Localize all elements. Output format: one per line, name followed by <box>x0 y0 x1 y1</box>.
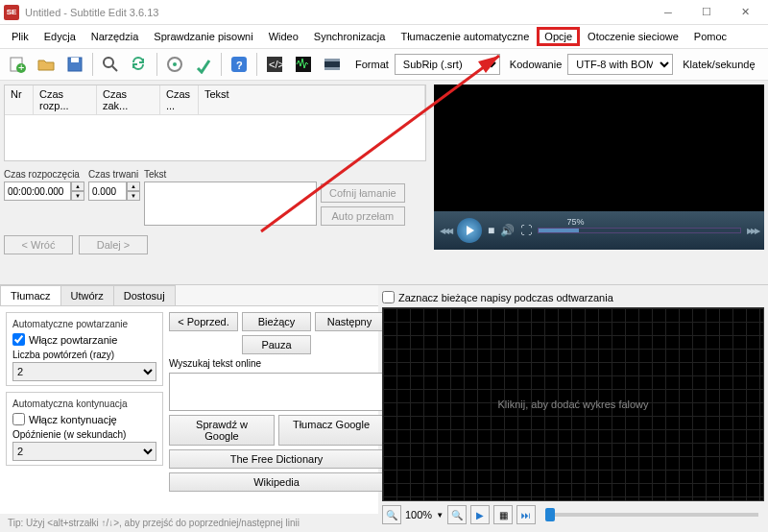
col-start[interactable]: Czas rozp... <box>34 85 97 114</box>
menu-help[interactable]: Pomoc <box>686 27 734 46</box>
continue-checkbox[interactable] <box>12 413 25 425</box>
start-time-spinner[interactable]: ▲▼ <box>4 181 84 201</box>
subtitle-text-input[interactable] <box>144 181 317 226</box>
svg-text:?: ? <box>236 60 243 71</box>
source-view-icon[interactable]: </> <box>261 51 288 78</box>
delay-label: Opóźnienie (w sekundach) <box>12 429 156 440</box>
tab-create[interactable]: Utwórz <box>60 285 114 305</box>
svg-text:+: + <box>18 61 24 73</box>
menu-tools[interactable]: Narzędzia <box>84 27 147 46</box>
replace-icon[interactable] <box>126 51 153 78</box>
skip-forward-icon[interactable]: ▶▶▶ <box>747 227 758 235</box>
minimize-button[interactable]: ─ <box>649 0 687 25</box>
position-slider[interactable] <box>545 513 758 517</box>
waveform-panel[interactable]: Kliknij, aby dodać wykres falowy <box>382 307 764 501</box>
spin-down-icon[interactable]: ▼ <box>127 191 140 201</box>
search-online-input[interactable] <box>169 373 384 411</box>
previous-button[interactable]: < Poprzed. <box>169 312 238 331</box>
duration-input[interactable] <box>88 181 127 201</box>
fullscreen-icon[interactable]: ⛶ <box>520 224 532 237</box>
tab-translate[interactable]: Tłumacz <box>0 285 61 305</box>
find-icon[interactable] <box>97 51 124 78</box>
help-icon[interactable]: ? <box>226 51 252 78</box>
separator <box>256 53 257 76</box>
close-button[interactable]: ✕ <box>726 0 764 25</box>
menu-sync[interactable]: Synchronizacja <box>306 27 394 46</box>
next-button[interactable]: Dalej > <box>79 235 148 254</box>
menu-auto-translate[interactable]: Tłumaczenie automatyczne <box>393 27 537 46</box>
menu-file[interactable]: Plik <box>4 27 36 46</box>
current-button[interactable]: Bieżący <box>242 312 311 331</box>
repeat-checkbox[interactable] <box>12 333 25 346</box>
zoom-controls: 🔍 100% ▼ 🔍 ▶ ▦ ⏭ <box>382 501 764 528</box>
duration-spinner[interactable]: ▲▼ <box>88 181 140 201</box>
video-controls: ◀◀◀ ■ 🔊 ⛶ 75% ▶▶▶ <box>434 211 764 250</box>
prev-button[interactable]: < Wróć <box>4 235 73 254</box>
skip-back-icon[interactable]: ◀◀◀ <box>440 227 451 235</box>
slider-thumb[interactable] <box>545 508 555 521</box>
next-subtitle-button[interactable]: Następny <box>315 312 384 331</box>
progress-fill <box>539 229 579 232</box>
new-file-icon[interactable]: + <box>4 51 31 78</box>
volume-icon[interactable]: 🔊 <box>500 224 515 237</box>
col-duration[interactable]: Czas ... <box>160 85 199 114</box>
google-translate-button[interactable]: Tłumacz Google <box>278 415 384 446</box>
start-time-input[interactable] <box>4 181 71 201</box>
film-strip-icon[interactable]: ▦ <box>493 505 513 524</box>
menu-edit[interactable]: Edycja <box>36 27 84 46</box>
delay-select[interactable]: 2 <box>12 442 156 461</box>
titlebar: SE Untitled - Subtitle Edit 3.6.13 ─ ☐ ✕ <box>0 0 768 25</box>
format-select[interactable]: SubRip (.srt) <box>395 54 500 75</box>
svg-line-6 <box>112 66 117 71</box>
pause-button[interactable]: Pauza <box>242 335 311 354</box>
format-label: Format <box>355 59 389 70</box>
toolbar: + ? </> Format SubRip (.srt) Kodowanie U… <box>0 48 768 81</box>
spellcheck-icon[interactable] <box>190 51 217 78</box>
next-marker-icon[interactable]: ⏭ <box>516 505 536 524</box>
repeat-check-label: Włącz powtarzanie <box>29 334 117 346</box>
waveform-hint: Kliknij, aby dodać wykres falowy <box>497 399 648 410</box>
open-file-icon[interactable] <box>33 51 60 78</box>
menu-video[interactable]: Wideo <box>261 27 306 46</box>
play-selection-icon[interactable]: ▶ <box>470 505 490 524</box>
svg-rect-16 <box>324 67 340 70</box>
waveform-icon[interactable] <box>290 51 317 78</box>
app-icon: SE <box>4 5 19 20</box>
chevron-down-icon[interactable]: ▼ <box>436 511 444 520</box>
zoom-in-icon[interactable]: 🔍 <box>447 505 467 524</box>
video-icon[interactable] <box>319 51 346 78</box>
window-title: Untitled - Subtitle Edit 3.6.13 <box>25 7 649 18</box>
menu-network[interactable]: Otoczenie sieciowe <box>580 27 686 46</box>
repeat-count-select[interactable]: 2 <box>12 362 156 381</box>
fix-errors-icon[interactable] <box>161 51 188 78</box>
stop-icon[interactable]: ■ <box>488 224 494 237</box>
col-end[interactable]: Czas zak... <box>97 85 160 114</box>
menu-spellcheck[interactable]: Sprawdzanie pisowni <box>146 27 260 46</box>
video-progress[interactable]: 75% <box>538 228 741 233</box>
svg-rect-4 <box>71 58 79 62</box>
spin-up-icon[interactable]: ▲ <box>127 181 140 191</box>
tab-adjust[interactable]: Dostosuj <box>113 285 176 305</box>
menu-options[interactable]: Opcje <box>537 27 580 46</box>
col-nr[interactable]: Nr <box>5 85 34 114</box>
spin-up-icon[interactable]: ▲ <box>71 181 84 191</box>
subtitle-grid[interactable]: Nr Czas rozp... Czas zak... Czas ... Tek… <box>4 85 426 161</box>
maximize-button[interactable]: ☐ <box>687 0 726 25</box>
fps-label: Klatek/sekundę <box>683 59 755 70</box>
google-button[interactable]: Sprawdź w Google <box>169 415 275 446</box>
video-player[interactable]: ◀◀◀ ■ 🔊 ⛶ 75% ▶▶▶ <box>434 85 764 250</box>
separator <box>221 53 222 76</box>
zoom-out-icon[interactable]: 🔍 <box>382 505 401 524</box>
unbreak-button[interactable]: Cofnij łamanie <box>321 183 405 203</box>
free-dictionary-button[interactable]: The Free Dictionary <box>169 449 384 469</box>
wikipedia-button[interactable]: Wikipedia <box>169 472 384 492</box>
mark-current-label: Zaznacz bieżące napisy podczas odtwarzan… <box>398 292 613 303</box>
mark-current-checkbox[interactable] <box>382 291 395 303</box>
save-file-icon[interactable] <box>61 51 88 78</box>
encoding-select[interactable]: UTF-8 with BOM <box>567 54 673 75</box>
play-button[interactable] <box>457 218 482 243</box>
svg-rect-15 <box>324 59 340 61</box>
autobreak-button[interactable]: Auto przełam <box>321 206 405 226</box>
col-text[interactable]: Tekst <box>199 85 425 114</box>
spin-down-icon[interactable]: ▼ <box>71 191 84 201</box>
